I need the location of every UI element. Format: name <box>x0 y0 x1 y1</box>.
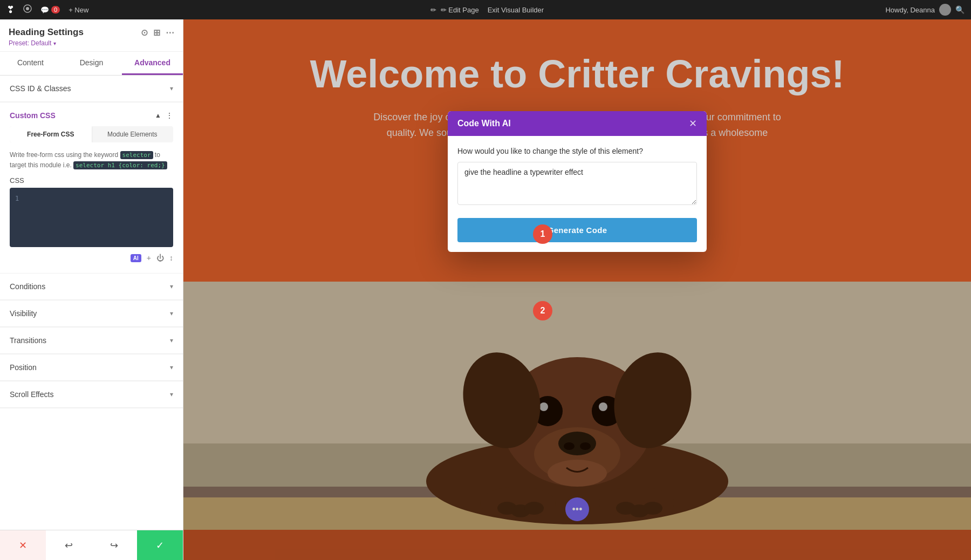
admin-bar-right: Howdy, Deanna 🔍 <box>885 4 965 16</box>
sort-icon[interactable]: ↕ <box>169 254 173 262</box>
css-id-classes-section: CSS ID & Classes ▾ <box>0 76 183 103</box>
step-badge-2: 2 <box>533 301 552 320</box>
cancel-icon: ✕ <box>19 539 27 551</box>
custom-css-sub-tabs: Free-Form CSS Module Elements <box>10 126 173 142</box>
preset-line[interactable]: Preset: Default ▾ <box>9 39 174 47</box>
visibility-header[interactable]: Visibility ▾ <box>0 301 183 327</box>
cancel-button[interactable]: ✕ <box>0 530 46 560</box>
tabs-row: Content Design Advanced <box>0 52 183 76</box>
preset-caret-icon: ▾ <box>53 40 56 46</box>
sidebar-footer: ✕ ↩ ↪ ✓ <box>0 530 183 560</box>
sidebar-header: Heading Settings ⊙ ⊞ ⋯ Preset: Default ▾ <box>0 19 183 52</box>
sidebar: Heading Settings ⊙ ⊞ ⋯ Preset: Default ▾… <box>0 19 183 560</box>
sub-tab-module[interactable]: Module Elements <box>92 126 174 142</box>
ai-badge[interactable]: AI <box>131 254 141 262</box>
example-code: selector h1 {color: red;} <box>73 161 167 169</box>
modal-overlay: 1 2 Code With AI ✕ How would you like to… <box>183 19 971 560</box>
tab-design[interactable]: Design <box>61 52 122 75</box>
transitions-header[interactable]: Transitions ▾ <box>0 327 183 354</box>
undo-icon: ↩ <box>65 539 73 551</box>
scroll-effects-chevron: ▾ <box>170 391 173 398</box>
conditions-chevron: ▾ <box>170 283 173 290</box>
position-section: Position ▾ <box>0 354 183 381</box>
modal-close-button[interactable]: ✕ <box>689 119 697 128</box>
comments-btn[interactable]: 💬 0 <box>40 6 60 14</box>
css-description: Write free-form css using the keyword se… <box>10 150 173 170</box>
custom-css-section: Custom CSS ▲ ⋮ Free-Form CSS Module Elem… <box>0 103 183 274</box>
new-btn[interactable]: + New <box>69 6 88 14</box>
css-id-classes-label: CSS ID & Classes <box>10 84 71 93</box>
modal-footer: Generate Code <box>448 218 707 252</box>
custom-css-title: Custom CSS <box>10 111 56 120</box>
edit-icon: ✏ <box>430 6 436 14</box>
preset-label: Preset: Default <box>9 39 51 47</box>
modal-header: Code With AI ✕ <box>448 111 707 136</box>
conditions-section: Conditions ▾ <box>0 274 183 301</box>
custom-css-header-icons: ▲ ⋮ <box>155 111 173 120</box>
caret-up-icon[interactable]: ▲ <box>155 112 161 119</box>
tab-content[interactable]: Content <box>0 52 61 75</box>
sub-tab-freeform[interactable]: Free-Form CSS <box>10 126 92 142</box>
modal-body: How would you like to change the style o… <box>448 136 707 218</box>
transitions-label: Transitions <box>10 336 46 345</box>
edit-page-btn[interactable]: ✏ ✏ Edit Page <box>430 6 479 14</box>
scroll-effects-section: Scroll Effects ▾ <box>0 381 183 408</box>
new-label: + New <box>69 6 88 14</box>
css-id-classes-header[interactable]: CSS ID & Classes ▾ <box>0 76 183 102</box>
redo-button[interactable]: ↪ <box>92 530 138 560</box>
generate-code-button[interactable]: Generate Code <box>457 218 697 242</box>
howdy-text: Howdy, Deanna <box>885 6 935 14</box>
css-id-classes-chevron: ▾ <box>170 85 173 92</box>
save-icon: ✓ <box>156 539 164 551</box>
columns-icon[interactable]: ⊞ <box>153 28 160 38</box>
scroll-effects-label: Scroll Effects <box>10 390 53 399</box>
custom-css-header: Custom CSS ▲ ⋮ <box>10 103 173 126</box>
header-icons: ⊙ ⊞ ⋯ <box>141 28 174 38</box>
comments-count: 0 <box>51 6 60 13</box>
scroll-effects-header[interactable]: Scroll Effects ▾ <box>0 381 183 408</box>
undo-button[interactable]: ↩ <box>46 530 92 560</box>
conditions-header[interactable]: Conditions ▾ <box>0 274 183 300</box>
modal-textarea[interactable]: give the headline a typewriter effect <box>457 162 697 205</box>
wp-logo-icon[interactable]: ❣ <box>6 4 15 16</box>
exit-builder-label: Exit Visual Builder <box>488 6 544 14</box>
admin-bar-center: ✏ ✏ Edit Page Exit Visual Builder <box>430 6 544 14</box>
custom-css-options-icon[interactable]: ⋮ <box>166 111 173 120</box>
css-label: CSS <box>10 176 173 185</box>
comments-icon: 💬 <box>40 6 49 14</box>
add-css-icon[interactable]: + <box>147 254 151 262</box>
visibility-chevron: ▾ <box>170 310 173 317</box>
position-header[interactable]: Position ▾ <box>0 354 183 381</box>
exit-builder-btn[interactable]: Exit Visual Builder <box>488 6 544 14</box>
sidebar-content: CSS ID & Classes ▾ Custom CSS ▲ ⋮ <box>0 76 183 530</box>
more-options-icon[interactable]: ⋯ <box>166 28 174 38</box>
save-button[interactable]: ✓ <box>137 530 183 560</box>
avatar <box>939 4 951 16</box>
css-editor-toolbar: AI + ⏻ ↕ <box>10 251 173 264</box>
heading-settings-title: Heading Settings ⊙ ⊞ ⋯ <box>9 27 174 38</box>
modal: Code With AI ✕ How would you like to cha… <box>448 111 707 252</box>
edit-page-label: ✏ Edit Page <box>441 6 479 14</box>
redo-icon: ↪ <box>110 539 118 551</box>
search-icon[interactable]: 🔍 <box>955 5 965 14</box>
position-chevron: ▾ <box>170 364 173 371</box>
modal-question: How would you like to change the style o… <box>457 147 697 155</box>
canvas: Welcome to Critter Cravings! Discover th… <box>183 19 971 560</box>
modal-close-icon: ✕ <box>689 118 697 129</box>
site-icon[interactable] <box>23 4 32 15</box>
line-number: 1 <box>15 195 19 202</box>
focus-icon[interactable]: ⊙ <box>141 28 148 38</box>
power-icon[interactable]: ⏻ <box>156 254 164 262</box>
svg-point-1 <box>26 7 29 10</box>
step-badge-1: 1 <box>533 224 552 244</box>
tab-advanced[interactable]: Advanced <box>122 52 183 75</box>
sidebar-title: Heading Settings <box>9 27 84 38</box>
admin-bar-left: ❣ 💬 0 + New <box>6 4 88 16</box>
position-label: Position <box>10 363 37 372</box>
admin-bar: ❣ 💬 0 + New ✏ ✏ Edit Page Exit Visual Bu… <box>0 0 971 19</box>
transitions-chevron: ▾ <box>170 337 173 344</box>
visibility-label: Visibility <box>10 309 37 318</box>
css-editor[interactable]: 1 <box>10 188 173 247</box>
transitions-section: Transitions ▾ <box>0 327 183 354</box>
modal-title: Code With AI <box>457 119 511 128</box>
